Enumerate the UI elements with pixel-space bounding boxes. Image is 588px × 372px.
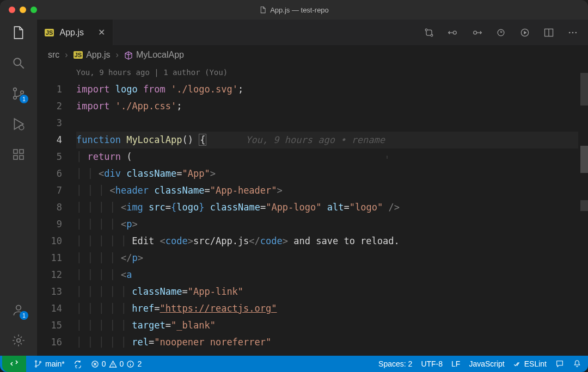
problems-status[interactable]: 0 0 2 <box>87 356 146 372</box>
code-line: function MyLocalApp() { You, 9 hours ago… <box>76 132 588 148</box>
svg-point-0 <box>14 58 21 65</box>
next-change-icon[interactable] <box>471 27 482 38</box>
tab-app-js[interactable]: JS App.js ✕ <box>37 20 113 45</box>
close-window-button[interactable] <box>9 7 15 13</box>
svg-rect-6 <box>14 150 17 153</box>
breadcrumb-symbol[interactable]: MyLocalApp <box>136 50 184 60</box>
chevron-right-icon: › <box>116 50 119 60</box>
breadcrumb[interactable]: src › JS App.js › MyLocalApp <box>37 46 588 64</box>
line-number-gutter: 1 2 3 4 5 6 7 8 9 10 11 12 13 14 15 16 <box>37 64 76 356</box>
code-line: import './App.css'; <box>76 98 588 115</box>
code-line: │ │ │ │ <img src={logo} className="App-l… <box>76 199 588 216</box>
search-icon[interactable] <box>11 55 26 71</box>
notifications-icon[interactable] <box>568 356 586 372</box>
code-line: │ │ │ <header className="App-header"> <box>76 182 588 199</box>
symbol-cube-icon <box>124 50 133 60</box>
svg-rect-9 <box>20 150 23 153</box>
js-file-icon: JS <box>74 51 83 59</box>
code-line <box>76 115 588 132</box>
activity-bar: 1 1 <box>0 20 37 356</box>
code-line: │ │ │ │ │ Edit <code>src/App.js</code> a… <box>76 233 588 250</box>
indentation-status[interactable]: Spaces: 2 <box>374 356 416 372</box>
breadcrumb-file[interactable]: App.js <box>86 50 110 60</box>
svg-point-23 <box>35 361 37 362</box>
close-tab-icon[interactable]: ✕ <box>98 27 105 38</box>
info-icon <box>126 360 134 368</box>
prev-change-icon[interactable] <box>448 27 458 38</box>
account-badge: 1 <box>20 311 28 320</box>
run-icon[interactable] <box>519 27 530 38</box>
tab-bar: JS App.js ✕ <box>37 20 588 46</box>
sync-changes-button[interactable] <box>69 356 87 372</box>
minimize-window-button[interactable] <box>20 7 26 13</box>
svg-rect-8 <box>20 156 23 159</box>
eol-status[interactable]: LF <box>447 356 464 372</box>
git-branch-icon <box>34 359 42 368</box>
chevron-right-icon: › <box>65 50 68 60</box>
settings-gear-icon[interactable] <box>11 333 26 348</box>
check-all-icon <box>513 360 522 368</box>
window-controls <box>0 7 37 13</box>
scm-badge: 1 <box>20 95 28 103</box>
file-icon <box>259 6 267 14</box>
minimap[interactable] <box>578 64 588 356</box>
tab-label: App.js <box>59 28 83 38</box>
svg-point-25 <box>40 361 41 363</box>
explorer-icon[interactable] <box>11 25 26 40</box>
run-debug-icon[interactable] <box>11 116 26 132</box>
error-icon <box>91 360 99 368</box>
codelens-authors[interactable]: You, 9 hours ago | 1 author (You) <box>76 64 588 81</box>
code-editor[interactable]: 1 2 3 4 5 6 7 8 9 10 11 12 13 14 15 16 Y… <box>37 64 588 356</box>
svg-point-24 <box>35 365 37 367</box>
split-editor-icon[interactable] <box>543 27 554 38</box>
svg-point-13 <box>431 34 433 36</box>
svg-point-14 <box>453 31 456 34</box>
code-line: │ │ │ │ │ rel="noopener noreferrer" <box>76 334 588 351</box>
remote-indicator[interactable] <box>2 356 26 372</box>
svg-point-5 <box>19 125 24 130</box>
status-bar: main* 0 0 2 Spaces: 2 UTF-8 LF JavaScrip… <box>0 356 588 372</box>
svg-point-15 <box>474 31 477 34</box>
eslint-status[interactable]: ESLint <box>509 356 551 372</box>
code-line: │ │ <div className="App"> <box>76 165 588 182</box>
encoding-status[interactable]: UTF-8 <box>416 356 447 372</box>
text-cursor-icon <box>387 152 388 162</box>
code-line: │ │ │ │ <a <box>76 266 588 283</box>
sync-icon <box>74 359 82 368</box>
svg-point-11 <box>17 339 21 343</box>
git-branch-status[interactable]: main* <box>29 356 69 372</box>
warning-icon <box>109 360 117 368</box>
editor-area: JS App.js ✕ src › JS App.js › <box>37 20 588 356</box>
account-icon[interactable]: 1 <box>11 302 26 318</box>
breadcrumb-folder[interactable]: src <box>48 50 59 60</box>
code-line: │ │ │ │ │ className="App-link" <box>76 283 588 300</box>
feedback-icon[interactable] <box>551 356 568 372</box>
svg-point-2 <box>14 88 16 91</box>
code-line: │ │ │ │ <p> <box>76 216 588 233</box>
svg-point-31 <box>130 362 131 363</box>
svg-point-20 <box>569 32 571 33</box>
inline-git-blame: You, 9 hours ago • rename <box>246 134 385 145</box>
more-actions-icon[interactable] <box>567 27 578 38</box>
svg-point-28 <box>112 365 113 366</box>
language-mode-status[interactable]: JavaScript <box>464 356 509 372</box>
code-line: import logo from './logo.svg'; <box>76 81 588 98</box>
svg-point-22 <box>575 32 577 33</box>
window-title: App.js — test-repo <box>259 6 329 14</box>
svg-point-10 <box>16 305 21 310</box>
maximize-window-button[interactable] <box>30 7 37 13</box>
svg-point-21 <box>572 32 574 33</box>
svg-point-12 <box>425 29 427 31</box>
source-control-icon[interactable]: 1 <box>11 86 26 101</box>
extensions-icon[interactable] <box>11 147 26 162</box>
svg-point-3 <box>14 96 16 99</box>
svg-line-1 <box>20 65 24 69</box>
code-line: │ │ │ │ │ target="_blank" <box>76 317 588 334</box>
revert-icon[interactable] <box>495 27 506 38</box>
code-line: │ │ │ │ </p> <box>76 250 588 266</box>
code-line: │ │ │ │ │ href="https://reactjs.org" <box>76 300 588 317</box>
git-compare-icon[interactable] <box>424 27 434 38</box>
svg-rect-7 <box>14 156 17 159</box>
code-line: │ return ( <box>76 148 588 165</box>
code-content[interactable]: You, 9 hours ago | 1 author (You) import… <box>76 64 588 356</box>
